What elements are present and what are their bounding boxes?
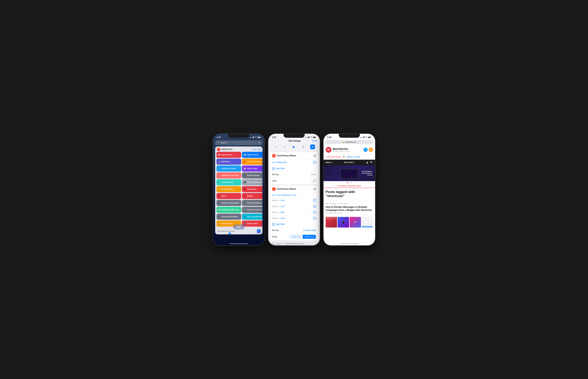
- shortcut-frame-latest[interactable]: 📷 Frame Latest: [242, 221, 262, 227]
- limit-toggle[interactable]: [310, 179, 316, 183]
- contrast-icon[interactable]: ◑: [366, 161, 368, 164]
- article-hero: macOS Mojave:The MacStoriesReview: [324, 165, 375, 184]
- undo-icon[interactable]: ↩: [273, 144, 278, 149]
- weekly-link[interactable]: WEEKLY EXTRAS: [347, 156, 360, 158]
- sort-label-1: Sort by: [272, 173, 279, 176]
- signal-3: [362, 136, 365, 138]
- nav-done-2[interactable]: Done: [312, 140, 318, 142]
- svg-rect-0: [252, 137, 252, 138]
- redo-icon[interactable]: ↪: [282, 144, 287, 149]
- menu-label: MENU: [326, 161, 331, 163]
- action-close-2[interactable]: ✕: [313, 188, 316, 190]
- shortcut-system-volume[interactable]: ≡ System Volume: [242, 172, 262, 178]
- twitter-icon[interactable]: 𝕏: [363, 148, 368, 152]
- shortcut-tasks-today[interactable]: 📅 Tasks Today: [242, 166, 262, 172]
- shortcut-label: System Volume: [247, 174, 260, 176]
- shortcut-icon: ···: [244, 202, 246, 204]
- club-link[interactable]: CLUB MACSTORIES: [326, 156, 341, 158]
- filter-row-2688: Width is 2688 −: [270, 209, 318, 215]
- sort-row-2: Sort by Creation Date: [270, 227, 318, 233]
- menu-chevron: ▾: [331, 161, 332, 163]
- shortcut-icon: ✂: [244, 216, 246, 218]
- dot-2: [349, 182, 350, 183]
- filter-row-2436: Width is 2436 −: [270, 215, 318, 221]
- shortcut-icon: 🌙: [218, 161, 220, 163]
- shortcut-icon: 💬: [218, 209, 220, 211]
- shortcut-dictate[interactable]: 🎤 Dictate to Scratchpad: [217, 200, 241, 206]
- show-less-button[interactable]: Show Less: [252, 148, 261, 150]
- customize-text: Customize in Shortcuts: [217, 230, 235, 232]
- filter-minus-b[interactable]: −: [313, 205, 316, 208]
- shortcut-apple-rumors[interactable]: 📰 Apple Rumors: [242, 152, 262, 158]
- thumb-3: 💬: [350, 217, 361, 227]
- add-filter-row-2[interactable]: + Add Filter: [270, 221, 318, 227]
- oldest-first-button[interactable]: Oldest First: [289, 235, 303, 239]
- shortcut-clipboard-link[interactable]: 📎 Clipboard Link: [217, 179, 241, 185]
- new-widgets-badge: 2: [229, 232, 231, 235]
- shortcut-label: Apple Stories: [221, 154, 232, 156]
- shortcut-clip-scratchpad[interactable]: ✂ Clip to Scratchpad: [242, 214, 262, 220]
- add-filter-row-1[interactable]: + Add Filter: [270, 166, 318, 172]
- wifi-2: [310, 136, 312, 138]
- action-close-1[interactable]: ✕: [313, 154, 316, 157]
- edit-button[interactable]: Edit: [233, 224, 244, 229]
- shortcut-dnd-menu[interactable]: 🌙 DND Menu: [217, 159, 241, 165]
- shortcut-waist[interactable]: ⚖ Waist: [217, 193, 241, 199]
- filter-screenshot-row[interactable]: Is a Screenshot −: [270, 159, 318, 166]
- filter-minus-c[interactable]: −: [313, 211, 316, 214]
- settings-icon[interactable]: ⊞: [310, 144, 315, 149]
- svg-rect-5: [308, 137, 308, 138]
- nav-bar-2: XS Frames Done: [268, 140, 320, 143]
- hero-image: macOS Mojave:The MacStoriesReview: [324, 165, 375, 181]
- shortcut-weight[interactable]: ⚖ Weight: [242, 193, 262, 199]
- location-icon-3: ▲: [360, 136, 362, 138]
- share-icon[interactable]: [301, 144, 306, 149]
- shortcut-redeem[interactable]: 🛒 Redeem iTunes Code: [217, 172, 241, 178]
- shortcut-search-reminders[interactable]: ··· Search Reminders F...: [242, 200, 262, 206]
- notch3: [339, 134, 360, 138]
- shortcut-shortcuts-thread[interactable]: 🐦 Shortcuts Thread: [217, 166, 241, 172]
- sort-value-1: None: [311, 173, 316, 176]
- latest-first-button[interactable]: Latest First: [303, 235, 316, 239]
- svg-rect-1: [252, 137, 253, 138]
- menu-item[interactable]: MENU ▾: [326, 161, 332, 163]
- shortcut-icon: ⌨: [244, 181, 246, 183]
- shortcut-icon: 📷: [244, 222, 246, 225]
- shortcut-ideas[interactable]: 💡 Shortcut Ideas: [217, 186, 241, 192]
- sponsor-name-text: Bear: [357, 185, 361, 187]
- filter-minus-d[interactable]: −: [313, 217, 316, 220]
- shortcut-label: Waist: [221, 195, 226, 197]
- thumb-2: 📱: [338, 217, 349, 227]
- shortcut-overcast-play[interactable]: 🎧 Overcast Play Menu: [217, 214, 241, 220]
- search-bar[interactable]: 🔍 Search 🎙: [215, 140, 263, 145]
- shortcut-custom[interactable]: 🔍 Shortcut Custom Sh...: [242, 207, 262, 213]
- shortcut-label: Search Reminders F...: [247, 202, 262, 204]
- page-title-section: Posts tagged with "shortcuts": [324, 188, 375, 200]
- url-text: macstories.net: [345, 141, 356, 143]
- url-bar[interactable]: 🔒 macstories.net: [325, 140, 373, 144]
- article-item-1[interactable]: SEP 25, 2018 — 17:25 CEST How to Dictate…: [324, 200, 375, 216]
- svg-rect-2: [253, 137, 253, 138]
- order-label: Order: [272, 236, 278, 238]
- shortcut-word-char[interactable]: ⌨ Word & Character C...: [242, 179, 262, 185]
- sort-row-1: Sort by None: [270, 172, 318, 177]
- play-icon[interactable]: ▶: [292, 144, 296, 149]
- sections-label: SECTIONS: [344, 161, 353, 163]
- search-placeholder: Search: [221, 142, 257, 144]
- shortcut-label: Weight: [247, 195, 253, 197]
- search-icon-3[interactable]: 🔍: [370, 161, 373, 164]
- rss-icon[interactable]: ◉: [369, 148, 373, 152]
- shortcut-sexy-times[interactable]: ❤ Sexy Times: [242, 186, 262, 192]
- shortcut-multilingual[interactable]: 💬 Multilingual iMessag...: [217, 207, 241, 213]
- shortcut-apple-stories[interactable]: 📖 Apple Stories: [217, 152, 241, 158]
- signal-1: [252, 136, 254, 138]
- nav-title-2: XS Frames: [289, 140, 301, 142]
- sections-item[interactable]: SECTIONS ▾: [344, 161, 354, 163]
- battery-1: [258, 137, 261, 138]
- filter-minus-a[interactable]: −: [313, 199, 316, 202]
- action-title-2: Find Photos Where: [277, 188, 313, 190]
- notch1: [228, 134, 249, 138]
- ms-subtitle: By Federico Viticci & Friends: [333, 151, 350, 152]
- shortcut-overcast-chapters[interactable]: 🎙 Overcast Chapters: [242, 159, 262, 165]
- filter-minus-1[interactable]: −: [313, 161, 316, 164]
